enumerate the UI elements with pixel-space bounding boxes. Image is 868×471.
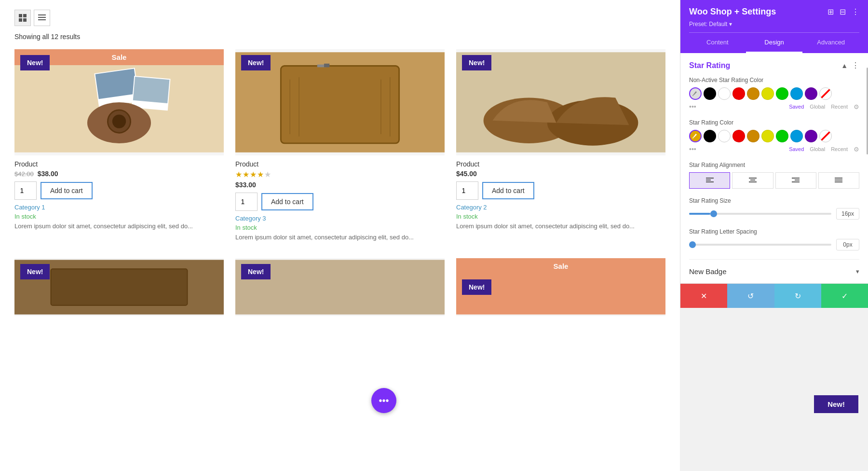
recent-tab-2[interactable]: Recent: [831, 146, 848, 152]
section-collapse-btn[interactable]: ▲: [841, 62, 848, 69]
floating-menu-btn[interactable]: •••: [371, 388, 396, 413]
star-4: ★: [257, 170, 264, 179]
star-size-slider-thumb[interactable]: [710, 210, 717, 217]
star-size-field: Star Rating Size 16px: [689, 197, 859, 220]
products-grid: Sale New! Product $42.0: [14, 49, 665, 316]
in-stock-2: In stock: [235, 224, 445, 231]
qty-input-2[interactable]: [235, 193, 258, 211]
color-transparent-1[interactable]: [819, 87, 832, 100]
settings-grid-icon[interactable]: ⊟: [840, 7, 846, 16]
section-more-btn[interactable]: ⋮: [852, 61, 859, 70]
color-green-1[interactable]: [776, 87, 788, 100]
color-transparent-2[interactable]: [819, 130, 832, 142]
add-to-cart-btn-2[interactable]: Add to cart: [261, 193, 313, 210]
star-spacing-slider-track[interactable]: [689, 244, 831, 246]
color-orange-2[interactable]: [747, 130, 760, 142]
cancel-btn[interactable]: ✕: [680, 284, 727, 308]
color-black-2[interactable]: [704, 130, 716, 142]
color-dots-1[interactable]: •••: [689, 103, 696, 111]
align-left-btn[interactable]: [689, 172, 730, 189]
settings-panel: Woo Shop + Settings ⊞ ⊟ ⋮ Preset: Defaul…: [680, 0, 868, 308]
svg-rect-16: [281, 66, 399, 143]
confirm-btn[interactable]: ✓: [821, 284, 868, 308]
view-toggles: [14, 10, 665, 26]
star-rating-section-header: Star Rating ▲ ⋮: [689, 61, 859, 70]
section-controls: ▲ ⋮: [841, 61, 859, 70]
color-settings-icon-2[interactable]: ⚙: [854, 146, 859, 153]
align-center-btn[interactable]: [732, 172, 773, 189]
non-active-color-row: [689, 87, 859, 100]
color-white-1[interactable]: [718, 87, 731, 100]
product-name-3: Product: [456, 160, 665, 168]
category-1[interactable]: Category 1: [14, 204, 224, 211]
color-blue-1[interactable]: [790, 87, 803, 100]
color-orange-1[interactable]: [747, 87, 760, 100]
star-size-slider-track[interactable]: [689, 213, 831, 215]
align-justify-icon: [835, 177, 842, 184]
tab-advanced[interactable]: Advanced: [802, 33, 859, 53]
new-badge-4: New!: [20, 264, 50, 279]
add-to-cart-btn-1[interactable]: Add to cart: [41, 182, 93, 199]
old-price-1: $42.00: [14, 170, 34, 178]
product-image-4: New!: [14, 258, 224, 316]
color-black-1[interactable]: [704, 87, 716, 100]
settings-more-icon[interactable]: ⋮: [852, 7, 859, 16]
new-badge-title: New Badge: [689, 267, 727, 276]
color-red-1[interactable]: [732, 87, 745, 100]
category-2[interactable]: Category 3: [235, 215, 445, 222]
saved-tab-2[interactable]: Saved: [789, 146, 804, 152]
tab-design[interactable]: Design: [746, 33, 803, 53]
color-blue-2[interactable]: [790, 130, 803, 142]
new-badge-bottom-label: New!: [814, 395, 858, 413]
qty-input-3[interactable]: [456, 181, 478, 200]
list-view-btn[interactable]: [34, 10, 50, 26]
settings-snap-icon[interactable]: ⊞: [827, 7, 834, 16]
color-yellow-2[interactable]: [761, 130, 774, 142]
color-settings-icon-1[interactable]: ⚙: [854, 103, 859, 111]
settings-title: Woo Shop + Settings: [689, 7, 776, 17]
grid-view-btn[interactable]: [14, 10, 31, 26]
color-purple-2[interactable]: [805, 130, 817, 142]
color-dots-2[interactable]: •••: [689, 145, 696, 153]
tab-content[interactable]: Content: [689, 33, 746, 53]
product-image-2: New!: [235, 49, 445, 155]
color-purple-1[interactable]: [805, 87, 817, 100]
global-tab-1[interactable]: Global: [810, 104, 825, 110]
global-tab-2[interactable]: Global: [810, 146, 825, 152]
product-name-2: Product: [235, 160, 445, 168]
settings-body: Star Rating ▲ ⋮ Non-Active Star Rating C…: [680, 53, 868, 283]
color-yellow-1[interactable]: [761, 87, 774, 100]
new-badge-header[interactable]: New Badge ▾: [689, 267, 859, 276]
color-white-2[interactable]: [718, 130, 731, 142]
recent-tab-1[interactable]: Recent: [831, 104, 848, 110]
align-justify-btn[interactable]: [818, 172, 859, 189]
svg-rect-1: [23, 14, 27, 17]
saved-tab-1[interactable]: Saved: [789, 104, 804, 110]
non-active-color-picker[interactable]: [689, 87, 702, 100]
color-green-2[interactable]: [776, 130, 788, 142]
bottom-action-bar: ✕ ↺ ↻ ✓: [680, 283, 868, 308]
star-size-value[interactable]: 16px: [836, 208, 859, 220]
sale-banner-6: Sale: [456, 258, 665, 274]
star-spacing-slider-thumb[interactable]: [689, 241, 696, 248]
align-center-icon: [749, 177, 757, 184]
pencil-icon-2: [692, 133, 698, 139]
star-spacing-value[interactable]: 0px: [836, 239, 859, 250]
product-info-2: Product ★ ★ ★ ★ ★ $33.00 Add to cart Cat…: [235, 155, 445, 247]
product-image-6: Sale New!: [456, 258, 665, 316]
color-tabs-row-1: ••• Saved Global Recent ⚙: [689, 103, 859, 111]
color-red-2[interactable]: [732, 130, 745, 142]
align-right-btn[interactable]: [775, 172, 816, 189]
add-to-cart-btn-3[interactable]: Add to cart: [482, 182, 534, 199]
qty-input-1[interactable]: [14, 181, 37, 200]
category-3[interactable]: Category 2: [456, 204, 665, 211]
preset-label: Preset: Default: [689, 21, 727, 28]
preset-row[interactable]: Preset: Default ▾: [689, 21, 859, 28]
redo-btn[interactable]: ↻: [774, 284, 821, 308]
star-alignment-field: Star Rating Alignment: [689, 162, 859, 189]
undo-btn[interactable]: ↺: [727, 284, 774, 308]
product-card-6: Sale New!: [456, 258, 665, 316]
new-badge-2: New!: [241, 55, 271, 70]
star-color-picker[interactable]: [689, 130, 702, 142]
new-badge-3: New!: [462, 55, 491, 70]
